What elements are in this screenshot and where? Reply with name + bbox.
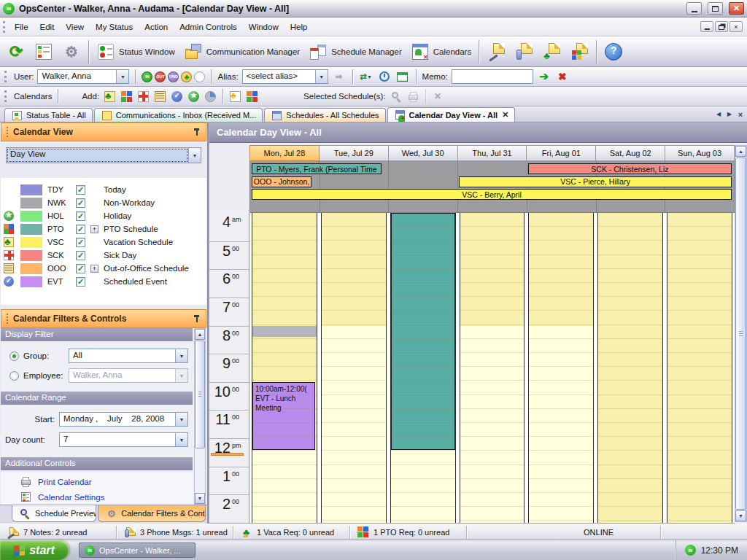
expand-icon[interactable]: +	[90, 225, 98, 233]
pto-request-icon[interactable]	[245, 90, 259, 104]
start-date-picker[interactable]: Monday , July 28, 2008 ▼	[59, 412, 188, 427]
chevron-down-icon[interactable]: ▼	[315, 70, 328, 83]
allday-event-ooo-johnson[interactable]: OOO - Johnson,	[252, 176, 311, 187]
taskbar-task-opscenter[interactable]: IN OpsCenter - Walker, ...	[79, 542, 196, 558]
day-count-select[interactable]: 7 ▼	[59, 432, 188, 447]
mdi-close-button[interactable]: ×	[729, 21, 743, 32]
calendar-small-icon[interactable]	[395, 69, 410, 84]
toolbar-grip[interactable]	[3, 21, 6, 33]
group-select[interactable]: All ▼	[69, 349, 188, 363]
scrollbar-thumb[interactable]	[735, 158, 746, 510]
toolbar-button-help[interactable]: ?	[600, 39, 627, 65]
toolbar-button-refresh[interactable]: ⟳	[2, 39, 30, 65]
day-column-mon-jul-28[interactable]: 10:00am-12:00(EVT - Lunch Meeting	[252, 213, 317, 523]
menu-item-file[interactable]: File	[9, 20, 34, 34]
tab-status-table-all[interactable]: Status Table - All	[4, 108, 93, 122]
scroll-down-icon[interactable]: ▼	[735, 510, 746, 521]
day-header-mon-jul-28[interactable]: Mon, Jul 28	[249, 145, 320, 161]
day-column-sun-aug-03[interactable]	[667, 213, 732, 523]
chevron-down-icon[interactable]: ▼	[116, 70, 128, 83]
user-select[interactable]: Walker, Anna ▼	[37, 69, 129, 84]
status-section-1-vaca-req-0-unread[interactable]: ♣1 Vaca Req: 0 unread	[233, 526, 350, 539]
toolbar-button-new-note[interactable]	[482, 39, 510, 65]
allday-event-vsc-berry-april[interactable]: VSC - Berry, April	[252, 189, 732, 200]
tab-scroll-right-icon[interactable]: ▶	[724, 109, 735, 120]
tray-status-icon[interactable]: IN	[685, 545, 696, 556]
toolbar-button-communication-manager[interactable]: Communication Manager	[179, 39, 304, 65]
link-calendar-settings[interactable]: Calendar Settings	[1, 489, 193, 505]
menu-item-my-status[interactable]: My Status	[90, 20, 139, 34]
day-column-sat-aug-02[interactable]	[597, 213, 663, 523]
add-sick-icon[interactable]	[136, 90, 150, 104]
legend-checkbox-hol[interactable]: ✓	[76, 211, 85, 221]
sidebar-scrollbar[interactable]: ▲ ▼	[194, 328, 206, 505]
scroll-up-icon[interactable]: ▲	[195, 329, 205, 340]
memo-input[interactable]	[452, 69, 533, 84]
employee-radio[interactable]	[9, 371, 19, 381]
status-section-1-pto-req-0-unread[interactable]: 1 PTO Req: 0 unread	[350, 526, 467, 539]
day-header-tue-jul-29[interactable]: Tue, Jul 29	[320, 145, 389, 161]
event-evt-lunch-meeting[interactable]: 10:00am-12:00(EVT - Lunch Meeting	[252, 382, 315, 451]
pin-icon[interactable]	[193, 314, 201, 323]
legend-checkbox-sck[interactable]: ✓	[76, 251, 85, 260]
clock-icon[interactable]	[377, 69, 392, 84]
day-column-thu-jul-31[interactable]	[460, 213, 525, 523]
alias-go-icon[interactable]: ➡	[332, 69, 347, 84]
legend-checkbox-evt[interactable]: ✓	[76, 277, 85, 287]
minimize-button[interactable]	[686, 2, 702, 15]
expand-icon[interactable]: +	[90, 265, 98, 273]
day-header-fri-aug-01[interactable]: Fri, Aug 01	[527, 145, 596, 161]
toolbar-button-new-phone-message[interactable]	[510, 39, 538, 65]
menu-item-help[interactable]: Help	[285, 20, 314, 34]
legend-checkbox-pto[interactable]: ✓	[76, 225, 85, 234]
allday-event-vsc-pierce-hillary[interactable]: VSC - Pierce, Hillary	[459, 176, 732, 187]
allday-event-pto-myers-frank-personal-time[interactable]: PTO - Myers, Frank (Personal Time	[252, 163, 382, 174]
scroll-down-icon[interactable]: ▼	[195, 493, 205, 504]
tab-schedules-all-schedules[interactable]: Schedules - All Schedules	[264, 108, 385, 122]
toolbar-grip[interactable]	[4, 90, 7, 102]
toolbar-button-settings-gear[interactable]: ⚙	[58, 39, 85, 65]
day-header-sat-aug-02[interactable]: Sat, Aug 02	[596, 145, 665, 161]
menu-item-edit[interactable]: Edit	[34, 20, 61, 34]
group-radio[interactable]	[9, 351, 19, 361]
tab-scroll-left-icon[interactable]: ◀	[713, 109, 724, 120]
toolbar-button-calendars[interactable]: ✕Calendars	[406, 39, 476, 65]
toolbar-button-new-pto-request[interactable]	[565, 39, 593, 65]
status-section-7-notes-2-unread[interactable]: 7 Notes: 2 unread	[0, 526, 117, 539]
add-vacation-icon[interactable]: ♣	[103, 90, 117, 104]
menu-item-view[interactable]: View	[60, 20, 90, 34]
legend-checkbox-ooo[interactable]: ✓	[76, 264, 85, 273]
menu-item-window[interactable]: Window	[243, 20, 285, 34]
toolbar-button-status-table[interactable]	[30, 39, 58, 65]
toolbar-button-new-vacation-request[interactable]: ♣	[538, 39, 565, 65]
allday-event-sck-christensen-liz[interactable]: SCK - Christensen, Liz	[528, 163, 732, 174]
tab-close-icon[interactable]: ×	[735, 109, 746, 120]
menu-item-action[interactable]: Action	[139, 20, 174, 34]
legend-checkbox-vsc[interactable]: ✓	[76, 238, 85, 247]
toolbar-grip[interactable]	[4, 71, 7, 82]
toolbar-button-schedule-manager[interactable]: Schedule Manager	[304, 39, 406, 65]
chevron-down-icon[interactable]: ▼	[175, 349, 187, 362]
tab-close-icon[interactable]: ✕	[502, 110, 508, 120]
close-button[interactable]: ✕	[729, 2, 744, 15]
tab-calendar-day-view-all[interactable]: ✕Calendar Day View - All✕	[387, 107, 516, 122]
add-schedule-icon[interactable]	[204, 90, 217, 104]
add-ooo-icon[interactable]	[153, 90, 167, 104]
day-column-tue-jul-29[interactable]	[321, 213, 387, 523]
view-selector[interactable]: Day View ▼	[6, 147, 201, 163]
pin-icon[interactable]	[193, 128, 201, 136]
status-vacation-icon[interactable]: ♣	[181, 71, 192, 82]
link-print-calendar[interactable]: Print Calendar	[1, 474, 193, 489]
status-section-3-phone-msgs-1-unrea[interactable]: 3 Phone Msgs: 1 unread	[117, 526, 233, 539]
status-out-icon[interactable]: OUT	[155, 71, 166, 82]
scroll-up-icon[interactable]: ▲	[735, 146, 746, 157]
status-blank-icon[interactable]	[194, 71, 205, 82]
add-holiday-icon[interactable]: ★	[187, 90, 201, 104]
start-button[interactable]: start	[0, 540, 69, 560]
status-und-icon[interactable]: UND	[168, 71, 179, 82]
sidebar-tab-calendar-filters-contro[interactable]: ⚙Calendar Filters & Contro	[98, 505, 206, 522]
legend-checkbox-tdy[interactable]: ✓	[76, 185, 85, 195]
day-header-sun-aug-03[interactable]: Sun, Aug 03	[665, 145, 735, 161]
add-pto-icon[interactable]	[120, 90, 133, 104]
mdi-minimize-button[interactable]	[700, 21, 713, 32]
